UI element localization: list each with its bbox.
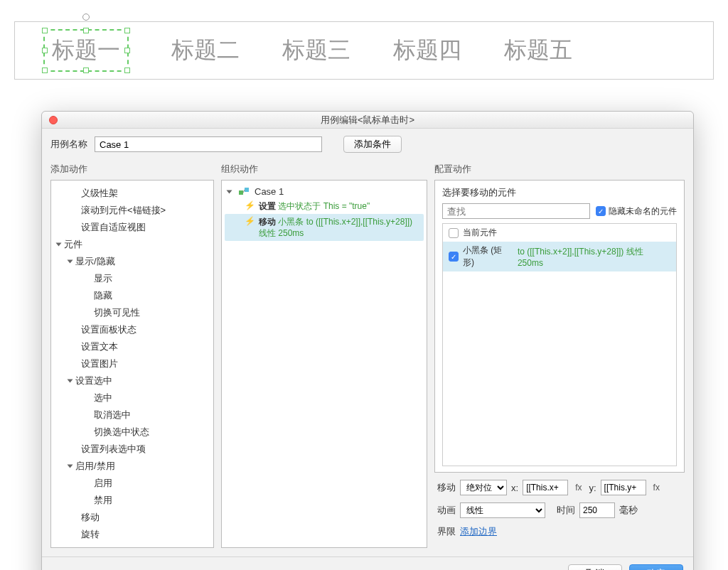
tab-4[interactable]: 标题四 — [393, 35, 461, 66]
tab-label: 标题一 — [52, 37, 120, 63]
tab-2[interactable]: 标题二 — [171, 35, 240, 66]
tab-1-selected[interactable]: 标题一 — [43, 29, 129, 72]
tab-5[interactable]: 标题五 — [504, 35, 572, 66]
tab-3[interactable]: 标题三 — [282, 35, 350, 66]
rotate-handle-icon[interactable] — [82, 14, 90, 21]
tabs-header: 标题一 标题二 标题三 标题四 标题五 — [14, 21, 714, 80]
